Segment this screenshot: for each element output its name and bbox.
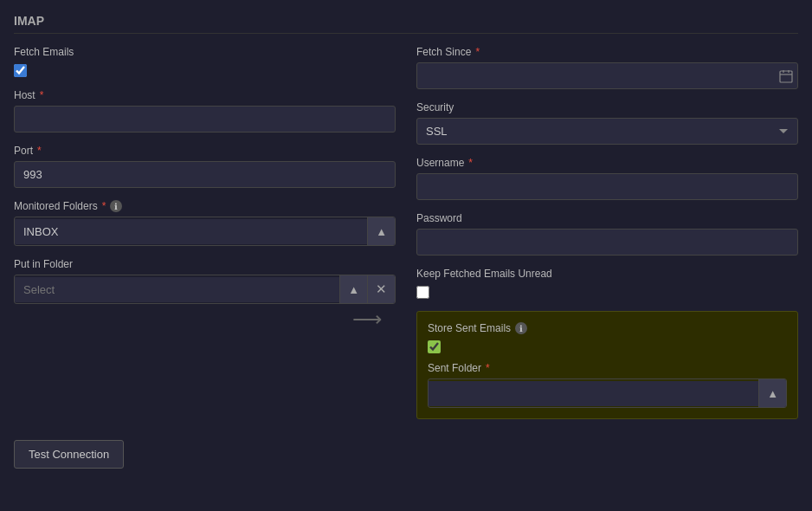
username-label: Username * [416, 157, 798, 169]
put-in-folder-input-group: ▲ ✕ [14, 275, 396, 304]
port-group: Port * [14, 145, 396, 188]
keep-fetched-label: Keep Fetched Emails Unread [416, 268, 798, 280]
port-input[interactable] [14, 161, 396, 188]
store-sent-group: Store Sent Emails ℹ [428, 322, 787, 353]
put-in-folder-input[interactable] [15, 277, 339, 302]
security-select[interactable]: SSL TLS None [416, 118, 798, 145]
store-sent-checkbox-group [428, 340, 787, 353]
username-group: Username * [416, 157, 798, 200]
test-connection-button[interactable]: Test Connection [14, 440, 124, 469]
sent-folder-up-btn[interactable]: ▲ [758, 379, 786, 407]
store-sent-section: Store Sent Emails ℹ Sent Folder * [416, 311, 798, 419]
monitored-folders-info-icon[interactable]: ℹ [110, 200, 122, 212]
footer: Test Connection [14, 431, 798, 469]
fetch-since-label: Fetch Since * [416, 46, 798, 58]
fetch-since-calendar-btn[interactable] [779, 69, 793, 83]
monitored-folders-up-btn[interactable]: ▲ [367, 217, 395, 245]
section-title: IMAP [14, 14, 798, 34]
monitored-folders-input[interactable] [15, 219, 367, 244]
port-label: Port * [14, 145, 396, 157]
security-label: Security [416, 101, 798, 113]
sent-folder-label: Sent Folder * [428, 362, 787, 374]
store-sent-label: Store Sent Emails ℹ [428, 322, 787, 334]
password-input[interactable] [416, 229, 798, 256]
security-group: Security SSL TLS None [416, 101, 798, 145]
fetch-emails-checkbox-group [14, 64, 396, 77]
username-input[interactable] [416, 173, 798, 200]
sent-folder-input-group: ▲ [428, 378, 787, 408]
monitored-folders-required: * [102, 200, 106, 212]
right-column: Fetch Since * [416, 46, 798, 419]
fetch-since-group: Fetch Since * [416, 46, 798, 89]
put-in-folder-clear-btn[interactable]: ✕ [367, 275, 395, 303]
put-in-folder-group: Put in Folder ▲ ✕ [14, 258, 396, 304]
password-group: Password [416, 212, 798, 256]
left-column: Fetch Emails Host * Port * [14, 46, 396, 419]
fetch-since-input[interactable] [416, 62, 798, 89]
sent-folder-input[interactable] [429, 381, 758, 406]
keep-fetched-checkbox[interactable] [416, 286, 429, 299]
host-input[interactable] [14, 106, 396, 133]
host-group: Host * [14, 89, 396, 133]
monitored-folders-group: Monitored Folders * ℹ ▲ [14, 200, 396, 246]
arrow-right-icon: ⟶ [352, 307, 378, 332]
username-required: * [468, 157, 473, 169]
password-label: Password [416, 212, 798, 224]
fetch-emails-group: Fetch Emails [14, 46, 396, 77]
svg-rect-0 [780, 71, 792, 82]
fetch-since-required: * [475, 46, 480, 58]
store-sent-info-icon[interactable]: ℹ [515, 322, 527, 334]
sent-folder-required: * [486, 362, 490, 374]
fetch-emails-checkbox[interactable] [14, 64, 27, 77]
arrow-section: ⟶ [14, 307, 396, 332]
keep-fetched-group: Keep Fetched Emails Unread [416, 268, 798, 299]
main-layout: Fetch Emails Host * Port * [14, 46, 798, 419]
fetch-emails-label: Fetch Emails [14, 46, 396, 58]
imap-settings-page: IMAP Fetch Emails Host * [0, 0, 812, 511]
host-label: Host * [14, 89, 396, 101]
host-required: * [40, 89, 44, 101]
monitored-folders-input-group: ▲ [14, 217, 396, 246]
store-sent-checkbox[interactable] [428, 340, 441, 353]
sent-folder-group: Sent Folder * ▲ [428, 362, 787, 408]
port-required: * [37, 145, 42, 157]
put-in-folder-label: Put in Folder [14, 258, 396, 270]
monitored-folders-label: Monitored Folders * ℹ [14, 200, 396, 212]
keep-fetched-checkbox-group [416, 286, 798, 299]
put-in-folder-up-btn[interactable]: ▲ [339, 275, 367, 303]
fetch-since-input-group [416, 62, 798, 89]
